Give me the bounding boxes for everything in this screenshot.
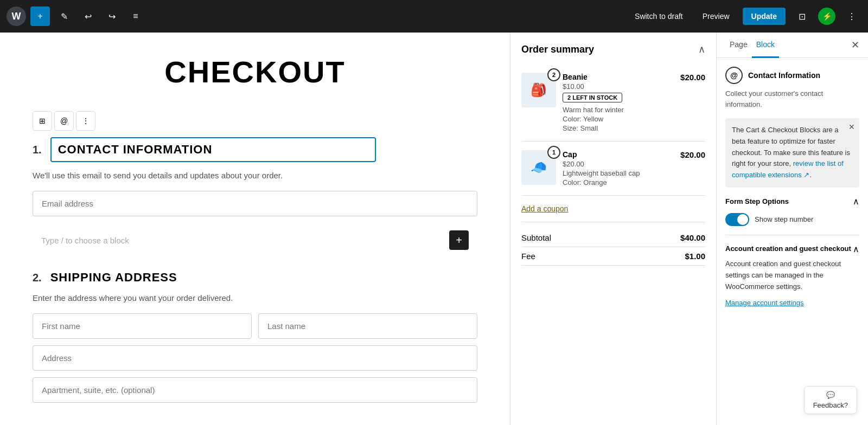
settings-close-button[interactable]: ✕ [851, 39, 859, 51]
apartment-input[interactable] [33, 377, 477, 403]
cap-details: Cap $20.00 Lightweight baseball cap Colo… [563, 150, 674, 186]
beanie-emoji: 🎒 [531, 82, 547, 98]
account-creation-section: Account creation and guest checkout ∧ Ac… [725, 235, 859, 307]
show-step-number-toggle[interactable] [725, 213, 749, 226]
cap-quantity-badge: 1 [547, 146, 560, 159]
performance-icon: ⚡ [818, 8, 835, 25]
contact-info-description: Collect your customer's contact informat… [725, 88, 859, 110]
beta-notice-link[interactable]: review the list of compatible extensions… [732, 159, 844, 179]
wp-logo[interactable]: W [7, 7, 26, 26]
order-totals: Subtotal $40.00 Fee $1.00 [521, 222, 705, 266]
content-area: CHECKOUT ⊞ @ ⋮ 1. We'll use this email t… [0, 33, 716, 425]
section-1-title-input[interactable] [50, 137, 376, 162]
list-view-button[interactable]: ≡ [126, 7, 145, 26]
cap-name: Cap [563, 150, 674, 159]
cap-image: 🧢 1 [521, 150, 556, 185]
add-block-prompt-text: Type / to choose a block [41, 236, 129, 245]
beanie-total: $20.00 [680, 73, 705, 82]
section-1-description: We'll use this email to send you details… [33, 171, 477, 180]
add-block-prompt: Type / to choose a block + [33, 223, 477, 257]
account-section-title: Account creation and guest checkout [725, 244, 851, 254]
preview-button[interactable]: Preview [696, 9, 736, 24]
block-tool-at[interactable]: @ [54, 111, 74, 131]
tab-block[interactable]: Block [752, 33, 779, 58]
block-toolbar: ⊞ @ ⋮ [33, 111, 477, 131]
page-title: CHECKOUT [33, 54, 477, 89]
order-summary-header: Order summary ∧ [521, 43, 705, 55]
undo-button[interactable]: ↩ [78, 7, 98, 26]
manage-account-settings-link[interactable]: Manage account settings [725, 299, 804, 307]
beanie-details: Beanie $10.00 2 LEFT IN STOCK Warm hat f… [563, 73, 674, 132]
cap-total: $20.00 [680, 150, 705, 159]
beanie-price: $10.00 [563, 82, 674, 91]
block-tool-columns[interactable]: ⊞ [33, 111, 52, 131]
beanie-size: Size: Small [563, 124, 674, 132]
cap-color: Color: Orange [563, 178, 674, 186]
section-2-header: 2. SHIPPING ADDRESS [33, 271, 477, 285]
add-block-button[interactable]: + [30, 7, 50, 26]
fee-row: Fee $1.00 [521, 247, 705, 266]
settings-content: @ Contact Information Collect your custo… [717, 58, 868, 316]
redo-button[interactable]: ↪ [102, 7, 122, 26]
show-step-number-row: Show step number [725, 213, 859, 226]
beanie-image: 🎒 2 [521, 73, 556, 107]
feedback-label: Feedback? [813, 401, 848, 409]
update-button[interactable]: Update [743, 8, 786, 25]
form-step-collapse-icon: ∧ [853, 196, 859, 207]
account-section-header[interactable]: Account creation and guest checkout ∧ [725, 244, 859, 254]
beanie-color: Color: Yellow [563, 115, 674, 123]
edit-button[interactable]: ✎ [54, 7, 74, 26]
contact-info-title: Contact Information [748, 71, 820, 80]
section-1-header: 1. [33, 137, 477, 162]
fee-label: Fee [521, 252, 535, 261]
main-layout: CHECKOUT ⊞ @ ⋮ 1. We'll use this email t… [0, 33, 868, 425]
contact-info-header: @ Contact Information [725, 67, 859, 84]
address-input[interactable] [33, 345, 477, 371]
beta-notice-text: The Cart & Checkout Blocks are a beta fe… [732, 126, 850, 179]
block-tool-more[interactable]: ⋮ [76, 111, 95, 131]
last-name-input[interactable] [258, 313, 477, 339]
contact-info-icon: @ [725, 67, 743, 84]
beanie-quantity-badge: 2 [547, 68, 560, 81]
order-summary-title: Order summary [521, 44, 594, 55]
view-toggle-button[interactable]: ⊡ [792, 7, 812, 26]
form-step-title: Form Step Options [725, 197, 789, 205]
account-section-collapse-icon: ∧ [853, 244, 859, 254]
subtotal-row: Subtotal $40.00 [521, 229, 705, 247]
subtotal-amount: $40.00 [680, 233, 705, 242]
beanie-stock-badge: 2 LEFT IN STOCK [563, 93, 622, 102]
cap-emoji: 🧢 [531, 160, 547, 175]
order-item-cap: 🧢 1 Cap $20.00 Lightweight baseball cap … [521, 141, 705, 196]
order-summary-collapse-icon[interactable]: ∧ [698, 43, 705, 55]
section-2-number: 2. [33, 272, 42, 284]
add-coupon-link[interactable]: Add a coupon [521, 196, 705, 222]
add-block-plus-button[interactable]: + [449, 230, 469, 250]
fee-amount: $1.00 [685, 252, 705, 261]
section-2-description: Enter the address where you want your or… [33, 293, 477, 302]
order-item-beanie: 🎒 2 Beanie $10.00 2 LEFT IN STOCK Warm h… [521, 64, 705, 141]
subtotal-label: Subtotal [521, 233, 551, 242]
cap-price: $20.00 [563, 160, 674, 168]
email-address-input[interactable] [33, 191, 477, 216]
order-summary-panel: Order summary ∧ 🎒 2 Beanie $10.00 2 LEFT… [510, 33, 716, 425]
form-step-options: Form Step Options ∧ Show step number [725, 196, 859, 226]
beta-notice-close-button[interactable]: ✕ [848, 123, 855, 131]
feedback-icon: 💬 [826, 391, 835, 399]
settings-tabs: Page Block ✕ [717, 33, 868, 58]
cap-description: Lightweight baseball cap [563, 169, 674, 177]
beanie-description: Warm hat for winter [563, 106, 674, 114]
settings-panel: Page Block ✕ @ Contact Information Colle… [716, 33, 868, 425]
feedback-button[interactable]: 💬 Feedback? [804, 386, 857, 414]
beanie-name: Beanie [563, 73, 674, 81]
switch-to-draft-button[interactable]: Switch to draft [628, 9, 690, 24]
first-name-input[interactable] [33, 313, 252, 339]
toolbar: W + ✎ ↩ ↪ ≡ Switch to draft Preview Upda… [0, 0, 868, 33]
form-step-header[interactable]: Form Step Options ∧ [725, 196, 859, 207]
more-options-button[interactable]: ⋮ [842, 7, 861, 26]
editor-scroll: CHECKOUT ⊞ @ ⋮ 1. We'll use this email t… [0, 33, 510, 425]
section-2-title: SHIPPING ADDRESS [50, 271, 177, 285]
tab-page[interactable]: Page [725, 33, 752, 58]
name-row [33, 313, 477, 339]
section-1-number: 1. [33, 144, 42, 156]
beta-notice: The Cart & Checkout Blocks are a beta fe… [725, 118, 859, 188]
